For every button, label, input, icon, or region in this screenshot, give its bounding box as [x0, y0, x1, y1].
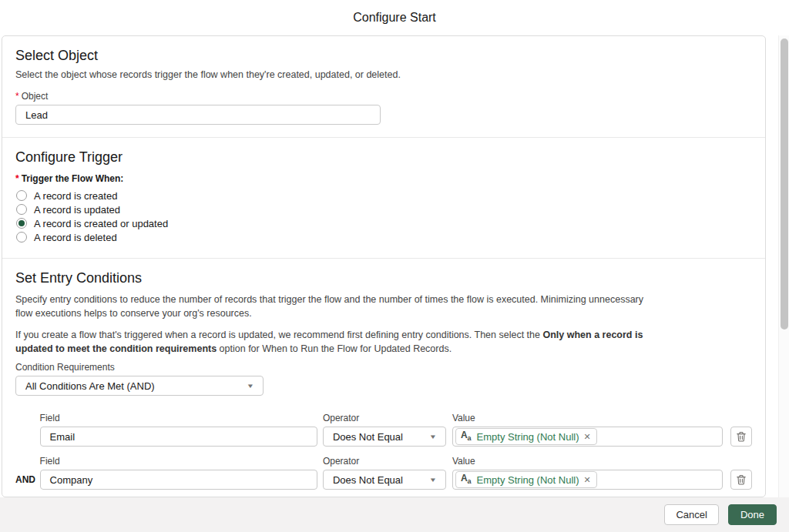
field-column: Field Email — [40, 413, 317, 447]
field-column-label: Field — [40, 456, 317, 467]
condition-operator-value: Does Not Equal — [333, 431, 403, 443]
condition-field-value: Email — [50, 431, 76, 443]
paragraph1-line2: flow executions helps to conserve your o… — [15, 306, 752, 320]
operator-column-label: Operator — [323, 456, 446, 467]
required-asterisk: * — [15, 173, 19, 184]
trash-icon — [736, 474, 747, 485]
field-column: Field Company — [40, 456, 317, 490]
radio-option-label: A record is created or updated — [34, 218, 168, 229]
radio-icon[interactable] — [16, 204, 27, 215]
value-pill[interactable]: Aa Empty String (Not Null) ✕ — [455, 471, 597, 488]
remove-pill-icon[interactable]: ✕ — [584, 432, 591, 442]
and-logic-label: AND — [15, 474, 35, 485]
select-object-description: Select the object whose records trigger … — [15, 69, 752, 82]
value-column-label: Value — [452, 413, 723, 423]
configure-start-panel: Select Object Select the object whose re… — [2, 35, 766, 497]
paragraph2-line2: updated to meet the condition requiremen… — [15, 342, 752, 356]
logic-cell: AND — [15, 470, 40, 490]
condition-operator-select[interactable]: Does Not Equal ▼ — [323, 470, 446, 490]
object-input[interactable]: Lead — [15, 105, 381, 125]
entry-conditions-paragraph2: If you create a flow that's triggered wh… — [15, 328, 752, 356]
value-pill-label: Empty String (Not Null) — [477, 431, 579, 443]
select-object-section: Select Object Select the object whose re… — [2, 36, 765, 138]
condition-value-input[interactable]: Aa Empty String (Not Null) ✕ — [452, 427, 723, 447]
condition-row: Field Email Operator Does Not Equal ▼ Va… — [15, 413, 752, 447]
radio-selected-icon[interactable] — [16, 218, 27, 229]
dialog-title: Configure Start — [353, 11, 436, 25]
condition-requirements-label: Condition Requirements — [15, 362, 752, 373]
logic-cell — [15, 427, 40, 447]
text-type-icon: Aa — [461, 473, 472, 485]
radio-option-record-created-or-updated[interactable]: A record is created or updated — [15, 218, 752, 229]
condition-requirements-value: All Conditions Are Met (AND) — [25, 380, 155, 392]
radio-option-record-created[interactable]: A record is created — [15, 190, 752, 201]
object-field-label: *Object — [15, 91, 752, 102]
paragraph2-line1: If you create a flow that's triggered wh… — [15, 328, 752, 342]
value-column: Value Aa Empty String (Not Null) ✕ — [452, 456, 723, 490]
chevron-down-icon: ▼ — [247, 383, 254, 390]
value-pill[interactable]: Aa Empty String (Not Null) ✕ — [455, 428, 597, 445]
radio-option-record-updated[interactable]: A record is updated — [15, 204, 752, 215]
field-column-label: Field — [40, 413, 317, 423]
text-type-icon: Aa — [461, 430, 472, 442]
radio-icon[interactable] — [16, 190, 27, 201]
trash-icon — [736, 431, 747, 442]
chevron-down-icon: ▼ — [429, 477, 437, 483]
condition-value-input[interactable]: Aa Empty String (Not Null) ✕ — [452, 470, 723, 490]
delete-condition-button[interactable] — [730, 427, 752, 447]
vertical-scrollbar-track[interactable] — [778, 35, 789, 497]
done-button[interactable]: Done — [728, 504, 777, 525]
remove-pill-icon[interactable]: ✕ — [584, 475, 591, 485]
configure-trigger-heading: Configure Trigger — [15, 149, 752, 166]
radio-option-label: A record is updated — [34, 204, 120, 216]
condition-requirements-select[interactable]: All Conditions Are Met (AND) ▼ — [15, 376, 264, 396]
radio-option-label: A record is created — [34, 190, 117, 202]
trigger-when-label: *Trigger the Flow When: — [15, 173, 752, 184]
object-input-value: Lead — [25, 109, 48, 121]
operator-column: Operator Does Not Equal ▼ — [323, 413, 446, 447]
condition-field-value: Company — [50, 474, 93, 486]
configure-trigger-section: Configure Trigger *Trigger the Flow When… — [2, 138, 765, 259]
required-asterisk: * — [15, 91, 19, 102]
value-column: Value Aa Empty String (Not Null) ✕ — [452, 413, 723, 447]
delete-condition-button[interactable] — [730, 470, 752, 490]
dialog-footer: Cancel Done — [0, 497, 789, 532]
condition-row: AND Field Company Operator Does Not Equa… — [15, 456, 752, 490]
condition-operator-select[interactable]: Does Not Equal ▼ — [323, 427, 446, 447]
value-pill-label: Empty String (Not Null) — [477, 474, 579, 486]
value-column-label: Value — [452, 456, 723, 467]
condition-field-input[interactable]: Company — [40, 470, 317, 490]
entry-conditions-section: Set Entry Conditions Specify entry condi… — [2, 259, 765, 497]
chevron-down-icon: ▼ — [429, 433, 437, 440]
radio-option-label: A record is deleted — [34, 232, 117, 243]
entry-conditions-heading: Set Entry Conditions — [15, 269, 752, 286]
trigger-radio-group: A record is created A record is updated … — [15, 190, 752, 243]
dialog-header: Configure Start — [0, 0, 789, 35]
condition-operator-value: Does Not Equal — [333, 474, 403, 486]
condition-field-input[interactable]: Email — [40, 427, 317, 447]
operator-column: Operator Does Not Equal ▼ — [323, 456, 446, 490]
entry-conditions-paragraph1: Specify entry conditions to reduce the n… — [15, 293, 752, 320]
paragraph1-line1: Specify entry conditions to reduce the n… — [15, 293, 752, 306]
radio-option-record-deleted[interactable]: A record is deleted — [15, 232, 752, 243]
cancel-button[interactable]: Cancel — [664, 504, 718, 525]
radio-icon[interactable] — [16, 232, 27, 243]
select-object-heading: Select Object — [15, 47, 752, 64]
conditions-list: Field Email Operator Does Not Equal ▼ Va… — [15, 413, 752, 490]
vertical-scrollbar-thumb[interactable] — [781, 38, 788, 330]
operator-column-label: Operator — [323, 413, 446, 423]
